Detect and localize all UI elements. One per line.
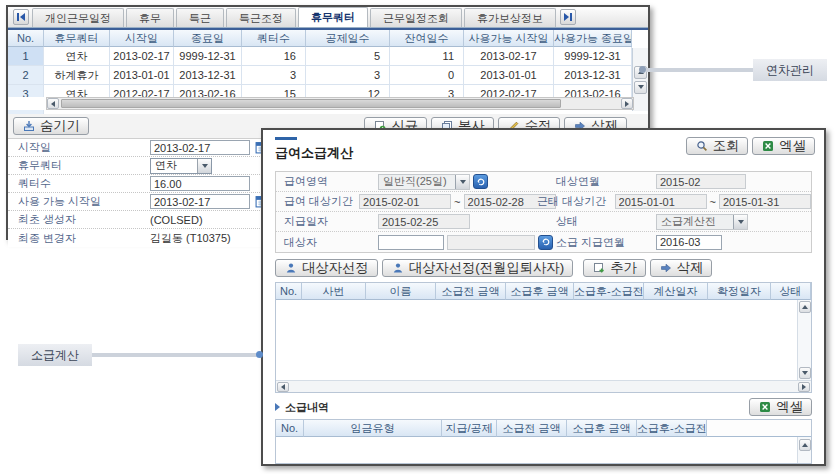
- cell-count: 16: [242, 47, 306, 66]
- cell-deducted: 5: [306, 47, 390, 66]
- scroll-down-icon[interactable]: [634, 81, 647, 94]
- vertical-scrollbar[interactable]: [632, 48, 648, 111]
- scroll-up-icon[interactable]: [799, 439, 811, 451]
- tab-leave-quota[interactable]: 휴무쿼터: [298, 7, 368, 27]
- field-label: 최초 생성자: [8, 212, 150, 227]
- col-confirm-date: 확정일자: [708, 283, 771, 300]
- lookup-refresh-icon[interactable]: [473, 174, 488, 189]
- quota-type-select[interactable]: 연차: [150, 158, 212, 174]
- cell-usable-end: 9999-12-31: [554, 47, 632, 66]
- detail-grid-header: No. 임금유형 지급/공제 소급전 금액 소급후 금액 소급후-소급전: [276, 420, 811, 437]
- retro-detail-grid: No. 임금유형 지급/공제 소급전 금액 소급후 금액 소급후-소급전: [275, 419, 812, 464]
- scroll-right-icon[interactable]: [621, 98, 633, 109]
- excel-button[interactable]: 엑셀: [752, 137, 815, 155]
- scroll-right-icon[interactable]: [798, 382, 810, 392]
- status-select[interactable]: 소급계산전: [656, 214, 748, 230]
- retro-main-grid: No. 사번 이름 소급전 금액 소급후 금액 소급후-소급전 계산일자 확정일…: [275, 282, 812, 393]
- field-label: 소급 지급연월: [556, 235, 656, 250]
- usable-start-input[interactable]: [150, 194, 250, 209]
- scroll-left-icon[interactable]: [47, 98, 59, 109]
- callout-retro-calc: 소급계산: [18, 344, 92, 366]
- target-month-input[interactable]: [656, 174, 746, 189]
- tab-dayoff[interactable]: 휴무: [126, 8, 174, 27]
- scroll-up-icon[interactable]: [799, 301, 811, 313]
- search-button-label: 조회: [713, 137, 740, 155]
- person-icon: [391, 261, 405, 275]
- col-start: 시작일: [110, 30, 174, 47]
- add-icon: [592, 261, 606, 275]
- window2-header: 급여소급계산 조회 엑셀: [263, 130, 824, 164]
- excel-button-label: 엑셀: [779, 137, 806, 155]
- field-label: 급여 대상기간: [276, 194, 359, 209]
- select-targets-button[interactable]: 대상자선정: [275, 259, 378, 277]
- detail-grid-body[interactable]: [276, 437, 811, 463]
- cell-end: 2013-12-31: [174, 66, 242, 85]
- main-grid-body[interactable]: [276, 300, 811, 380]
- callout-dot-right: [639, 66, 646, 73]
- range-separator: ~: [454, 196, 460, 208]
- pay-date-input[interactable]: [378, 214, 470, 229]
- magnifier-icon: [695, 139, 709, 153]
- col-name: 이름: [366, 283, 436, 300]
- col-status: 상태: [771, 283, 811, 300]
- selected-value: 연차: [155, 158, 191, 173]
- delete-arrow-icon: [659, 261, 673, 275]
- horizontal-scrollbar[interactable]: [46, 97, 634, 110]
- cell-no: 1: [8, 47, 44, 66]
- target-lookup-icon[interactable]: [538, 235, 553, 250]
- modifier-value: 김길동 (T10375): [150, 231, 231, 246]
- cell-count: 15: [242, 85, 306, 97]
- retro-month-input[interactable]: [656, 235, 722, 250]
- tab-overtime-adjust[interactable]: 특근조정: [226, 8, 296, 27]
- start-date-input[interactable]: [150, 140, 250, 155]
- creator-value: (COLSED): [150, 214, 203, 226]
- scroll-down-icon[interactable]: [799, 367, 811, 379]
- tab-scroll-right-icon[interactable]: [560, 9, 576, 25]
- horizontal-scrollbar[interactable]: [276, 380, 811, 392]
- target-name-input[interactable]: [447, 235, 535, 250]
- cell-usable-end: 2013-02-16: [554, 85, 632, 97]
- field-label: 대상자: [276, 235, 378, 250]
- header-filler: [707, 420, 811, 437]
- form-row-3: 지급일자 상태 소급계산전: [276, 212, 811, 232]
- target-id-input[interactable]: [378, 235, 444, 250]
- cell-no: 3: [8, 85, 44, 97]
- col-after-amt: 소급후 금액: [506, 283, 574, 300]
- attend-period-from-input[interactable]: [615, 194, 707, 209]
- desktop-canvas: 개인근무일정 휴무 특근 특근조정 휴무쿼터 근무일정조회 휴가보상정보 No.…: [0, 0, 837, 474]
- form-row-1: 급여영역 일반직(25일) 대상연월: [276, 172, 811, 192]
- search-button[interactable]: 조회: [686, 137, 749, 155]
- table-row[interactable]: 3 연차 2012-02-17 2013-02-16 15 12 3 2012-…: [8, 85, 632, 97]
- select-targets-prev-label: 대상자선정(전월입퇴사자): [409, 259, 565, 277]
- cell-usable-start: 2013-02-17: [464, 47, 554, 66]
- vertical-scrollbar[interactable]: [797, 437, 811, 463]
- table-row[interactable]: 1 연차 2013-02-17 9999-12-31 16 5 11 2013-…: [8, 47, 632, 66]
- hide-button[interactable]: 숨기기: [13, 117, 89, 135]
- quota-count-input[interactable]: [150, 176, 250, 191]
- col-before-amt: 소급전 금액: [497, 420, 567, 437]
- col-usable-start: 사용가능 시작일: [464, 30, 554, 47]
- table-row[interactable]: 2 하계휴가 2013-01-01 2013-12-31 3 3 0 2013-…: [8, 66, 632, 85]
- detail-excel-button[interactable]: 엑셀: [749, 398, 812, 416]
- tab-vacation-comp[interactable]: 휴가보상정보: [464, 8, 556, 27]
- col-no: No.: [8, 30, 44, 47]
- cell-start: 2013-01-01: [110, 66, 174, 85]
- vertical-scrollbar[interactable]: [797, 300, 811, 380]
- cell-quota-type: 연차: [44, 85, 110, 97]
- callout-line-right: [646, 68, 754, 72]
- tab-personal-schedule[interactable]: 개인근무일정: [32, 8, 124, 27]
- tab-schedule-inquiry[interactable]: 근무일정조회: [370, 8, 462, 27]
- delete-row-button[interactable]: 삭제: [650, 259, 713, 277]
- select-targets-prev-button[interactable]: 대상자선정(전월입퇴사자): [382, 259, 574, 277]
- partial-row: [8, 110, 632, 114]
- tab-overtime[interactable]: 특근: [176, 8, 224, 27]
- pay-area-select[interactable]: 일반직(25일): [378, 174, 470, 190]
- scroll-left-icon[interactable]: [277, 382, 289, 392]
- col-after-amt: 소급후 금액: [567, 420, 637, 437]
- attend-period-to-input[interactable]: [719, 194, 811, 209]
- add-button[interactable]: 추가: [583, 259, 646, 277]
- tab-scroll-left-icon[interactable]: [13, 9, 29, 25]
- form-row-2: 급여 대상기간 ~ 근태 대상기간 ~: [276, 192, 811, 212]
- scrollbar-thumb[interactable]: [61, 99, 561, 108]
- pay-period-from-input[interactable]: [359, 194, 451, 209]
